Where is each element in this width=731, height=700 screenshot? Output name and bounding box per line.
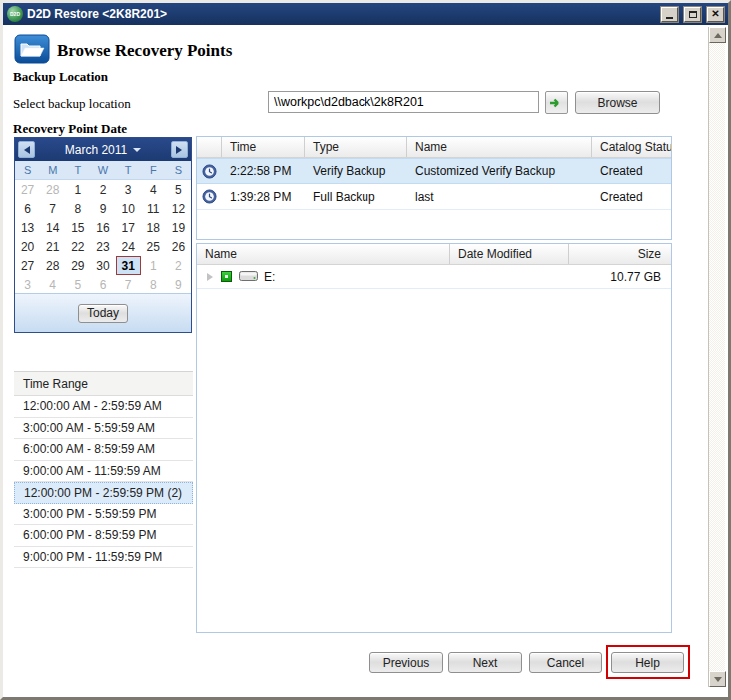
calendar-day[interactable]: 16 [90,218,115,237]
calendar-day[interactable]: 2 [90,180,115,199]
calendar-dow-label: F [141,161,166,179]
help-button[interactable]: Help [611,652,684,673]
recovery-point-row[interactable]: 1:39:28 PMFull BackuplastCreated [197,184,671,210]
scroll-down-button[interactable] [709,671,726,687]
recovery-point-row[interactable]: 2:22:58 PMVerify BackupCustomized Verify… [197,158,671,184]
calendar-day[interactable]: 27 [15,180,40,199]
time-range-item[interactable]: 3:00:00 PM - 5:59:59 PM [14,504,193,526]
calendar-day[interactable]: 8 [141,275,166,294]
backup-location-input[interactable] [268,91,539,113]
recovery-point-type: Full Backup [305,190,407,204]
calendar-day[interactable]: 9 [166,275,191,294]
calendar-day[interactable]: 4 [141,180,166,199]
expand-arrow-icon[interactable] [207,273,213,281]
calendar-month-label: March 2011 [65,143,127,157]
calendar-day[interactable]: 7 [40,199,65,218]
calendar-day[interactable]: 21 [40,237,65,256]
time-range-item[interactable]: 6:00:00 PM - 8:59:59 PM [14,525,193,547]
calendar-dow-label: W [90,161,115,179]
recovery-point-name: Customized Verify Backup [407,164,592,178]
calendar-day[interactable]: 1 [65,180,90,199]
calendar-prev-month-button[interactable] [18,141,35,158]
calendar-day[interactable]: 9 [90,199,115,218]
column-header-date-modified[interactable]: Date Modified [450,244,569,264]
calendar-day[interactable]: 12 [166,199,191,218]
calendar-day[interactable]: 4 [40,275,65,294]
time-range-item[interactable]: 9:00:00 AM - 11:59:59 AM [14,461,193,483]
title-bar: D2D D2D Restore <2K8R201> ✕ [3,3,728,25]
calendar-day[interactable]: 5 [65,275,90,294]
time-range-item[interactable]: 3:00:00 AM - 5:59:59 AM [14,418,193,440]
calendar-day-headers: SMTWTFS [15,161,191,180]
scroll-up-button[interactable] [709,27,726,43]
time-range-panel: Time Range 12:00:00 AM - 2:59:59 AM3:00:… [14,371,193,568]
calendar-day[interactable]: 1 [141,256,166,275]
calendar-day[interactable]: 18 [141,218,166,237]
file-browser-header: Name Date Modified Size [197,244,671,265]
calendar-day[interactable]: 2 [166,256,191,275]
calendar-day[interactable]: 24 [116,237,141,256]
close-button[interactable]: ✕ [707,7,724,22]
calendar-day[interactable]: 13 [15,218,40,237]
column-header-size[interactable]: Size [569,244,671,264]
calendar-day[interactable]: 6 [90,275,115,294]
recovery-point-name: last [407,190,592,204]
recovery-point-time: 2:22:58 PM [222,164,305,178]
time-range-item-selected[interactable]: 12:00:00 PM - 2:59:59 PM (2) [14,482,193,504]
next-button[interactable]: Next [448,652,522,673]
column-header-icon[interactable] [197,137,222,157]
calendar-day[interactable]: 3 [116,180,141,199]
previous-button[interactable]: Previous [369,652,443,673]
calendar-day[interactable]: 23 [90,237,115,256]
file-browser-row[interactable]: E:10.77 GB [197,265,671,289]
column-header-name[interactable]: Name [197,244,450,264]
recovery-points-table: Time Type Name Catalog Status 2:22:58 PM… [196,136,672,240]
calendar-day[interactable]: 15 [65,218,90,237]
calendar-day[interactable]: 17 [116,218,141,237]
calendar-day[interactable]: 26 [166,237,191,256]
browse-button[interactable]: Browse [575,91,660,114]
column-header-catalog-status[interactable]: Catalog Status [592,137,671,157]
recovery-point-icon-cell [197,189,222,204]
calendar-day[interactable]: 11 [141,199,166,218]
calendar-day[interactable]: 3 [15,275,40,294]
recovery-point-time: 1:39:28 PM [222,190,305,204]
chevron-down-icon [133,148,141,152]
time-range-item[interactable]: 9:00:00 PM - 11:59:59 PM [14,547,193,569]
column-header-type[interactable]: Type [305,137,407,157]
calendar-footer: Today [15,293,191,332]
time-range-item[interactable]: 6:00:00 AM - 8:59:59 AM [14,439,193,461]
calendar-day[interactable]: 28 [40,180,65,199]
calendar-next-month-button[interactable] [171,141,188,158]
calendar-day[interactable]: 8 [65,199,90,218]
calendar-day[interactable]: 28 [40,256,65,275]
calendar-day[interactable]: 10 [116,199,141,218]
browse-folder-icon [14,34,50,64]
maximize-button[interactable] [684,7,701,22]
chevron-left-icon [24,146,30,154]
calendar-day[interactable]: 22 [65,237,90,256]
calendar-day-selected[interactable]: 31 [116,256,141,275]
calendar-day[interactable]: 6 [15,199,40,218]
calendar-day[interactable]: 19 [166,218,191,237]
calendar-day[interactable]: 7 [116,275,141,294]
include-checkbox[interactable] [221,271,232,282]
calendar-day[interactable]: 27 [15,256,40,275]
today-button[interactable]: Today [78,304,128,323]
calendar-day[interactable]: 29 [65,256,90,275]
calendar-dow-label: S [166,161,191,179]
go-button[interactable] [545,91,568,114]
calendar-month-dropdown[interactable]: March 2011 [65,143,141,157]
vertical-scrollbar[interactable] [708,27,725,687]
calendar-day[interactable]: 30 [90,256,115,275]
cancel-button[interactable]: Cancel [529,652,602,673]
column-header-time[interactable]: Time [222,137,305,157]
time-range-item[interactable]: 12:00:00 AM - 2:59:59 AM [14,396,193,418]
calendar-day[interactable]: 25 [141,237,166,256]
calendar-day[interactable]: 5 [166,180,191,199]
arrow-down-icon [714,677,722,682]
column-header-name[interactable]: Name [407,137,592,157]
calendar-day[interactable]: 20 [15,237,40,256]
minimize-button[interactable] [661,7,678,22]
calendar-day[interactable]: 14 [40,218,65,237]
